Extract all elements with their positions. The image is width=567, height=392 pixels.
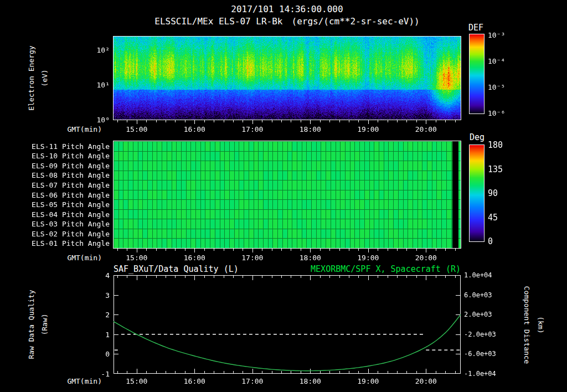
time-tick [185, 249, 185, 251]
time-tick [194, 120, 195, 124]
instrument-title: ELSSCIL/MEx ELS-07 LR-Bk [154, 16, 282, 27]
time-tick [445, 249, 446, 251]
time-tick [137, 120, 137, 124]
time-tick [117, 249, 118, 251]
deg-colorbar-tick-label: 135 [488, 164, 503, 174]
right-y-tick-label: -1.0e+04 [464, 370, 496, 378]
time-tick [368, 120, 369, 124]
pitch-row-label: ELS-06 Pitch Angle [0, 190, 110, 199]
left-y-axis-label: Raw Data Quality [27, 290, 35, 359]
time-tick [349, 120, 349, 122]
spectrogram-panel [113, 36, 461, 120]
def-colorbar-tick-label: 10⁻⁵ [488, 83, 505, 91]
def-colorbar [469, 34, 484, 114]
x-tick-label: 15:00 [126, 377, 147, 385]
right-y-tick-label: -6.0e+03 [464, 350, 496, 358]
left-y-tick-label: 4 [0, 271, 110, 280]
time-tick [166, 249, 166, 251]
time-tick [358, 120, 359, 122]
time-tick [156, 249, 157, 251]
time-tick [204, 120, 205, 122]
x-tick-label: 15:00 [126, 254, 147, 262]
deg-colorbar-gradient [470, 145, 484, 241]
left-y-tick-label: 0 [0, 350, 110, 358]
time-tick [406, 120, 407, 122]
time-tick [146, 120, 147, 122]
left-y-tick-label: 3 [0, 291, 110, 299]
time-tick [406, 249, 407, 251]
def-colorbar-tick-label: 10⁻³ [488, 31, 505, 39]
x-tick-label: 17:00 [241, 125, 263, 133]
pitch-row-label: ELS-04 Pitch Angle [0, 210, 110, 218]
time-tick [233, 120, 234, 122]
right-y-axis-units: (km) [537, 316, 545, 333]
time-tick [214, 249, 214, 251]
pitch-row-label: ELS-05 Pitch Angle [0, 200, 110, 209]
deg-colorbar-tick-label: 180 [488, 140, 503, 150]
time-tick [320, 120, 321, 122]
left-y-tick-label: 2 [0, 311, 110, 319]
gmt-axis-label-timeseries: GMT(min) [53, 377, 102, 385]
def-colorbar-tick-label: 10⁻⁶ [488, 109, 505, 117]
right-y-tick-label: -2.0e+03 [464, 331, 496, 338]
flux-units-label: (ergs/(cm**2-sr-sec-eV)) [292, 16, 420, 27]
time-tick [127, 120, 127, 122]
x-tick-label: 15:00 [126, 125, 147, 133]
pitch-row-label: ELS-07 Pitch Angle [0, 180, 110, 189]
right-y-tick-label: 2.0e+03 [464, 311, 492, 318]
right-y-axis-label: Component Distance [523, 286, 531, 364]
time-tick [156, 120, 157, 122]
gmt-axis-label-pitch: GMT(min) [53, 254, 102, 262]
time-tick [329, 120, 330, 122]
time-tick [214, 120, 214, 122]
deg-colorbar-tick-label: 90 [488, 188, 498, 198]
time-tick [310, 249, 311, 252]
time-tick [262, 249, 262, 251]
deg-colorbar-tick-label: 45 [488, 213, 498, 223]
right-y-tick-label: 6.0e+03 [464, 291, 492, 299]
spec-y-tick-label: 10⁰ [0, 116, 110, 124]
time-tick [175, 249, 176, 251]
time-tick [252, 120, 253, 124]
time-tick [397, 249, 398, 251]
time-tick [291, 249, 291, 251]
timeseries-plot [114, 275, 461, 374]
time-tick [339, 120, 340, 122]
pitch-row-label: ELS-02 Pitch Angle [0, 229, 110, 238]
time-tick [262, 120, 262, 122]
time-tick [194, 249, 195, 252]
time-tick [224, 249, 224, 251]
spec-y-axis-units: (eV) [40, 69, 49, 86]
time-tick [243, 120, 243, 122]
def-colorbar-gradient [470, 34, 484, 114]
pitch-row-label: ELS-08 Pitch Angle [0, 171, 110, 179]
pitch-row-label: ELS-01 Pitch Angle [0, 239, 110, 247]
x-tick-label: 19:00 [357, 377, 379, 385]
time-tick [445, 120, 446, 122]
time-tick [301, 249, 301, 251]
time-tick [291, 120, 291, 122]
time-tick [310, 120, 311, 124]
time-tick [339, 249, 340, 251]
plot-header: ELSSCIL/MEx ELS-07 LR-Bk(ergs/(cm**2-sr-… [114, 16, 461, 27]
x-tick-label: 20:00 [415, 254, 437, 262]
time-tick [455, 120, 456, 122]
spec-y-tick-label: 10¹ [0, 81, 110, 89]
time-tick [349, 249, 349, 251]
time-tick [272, 249, 272, 251]
time-tick [416, 249, 417, 251]
time-tick [301, 120, 301, 122]
spec-y-tick-label: 10² [0, 46, 110, 54]
x-tick-label: 18:00 [300, 377, 321, 385]
def-colorbar-title: DEF [468, 23, 483, 33]
time-tick [378, 120, 378, 122]
pitch-row-label: ELS-11 Pitch Angle [0, 142, 110, 150]
deg-colorbar-tick-label: 0 [488, 236, 493, 246]
time-tick [281, 120, 282, 122]
spec-y-axis-label: Electron Energy [27, 45, 35, 110]
x-tick-label: 16:00 [184, 254, 205, 262]
time-tick [272, 120, 272, 122]
x-tick-label: 19:00 [357, 254, 379, 262]
time-tick [127, 249, 127, 251]
time-tick [117, 120, 118, 122]
